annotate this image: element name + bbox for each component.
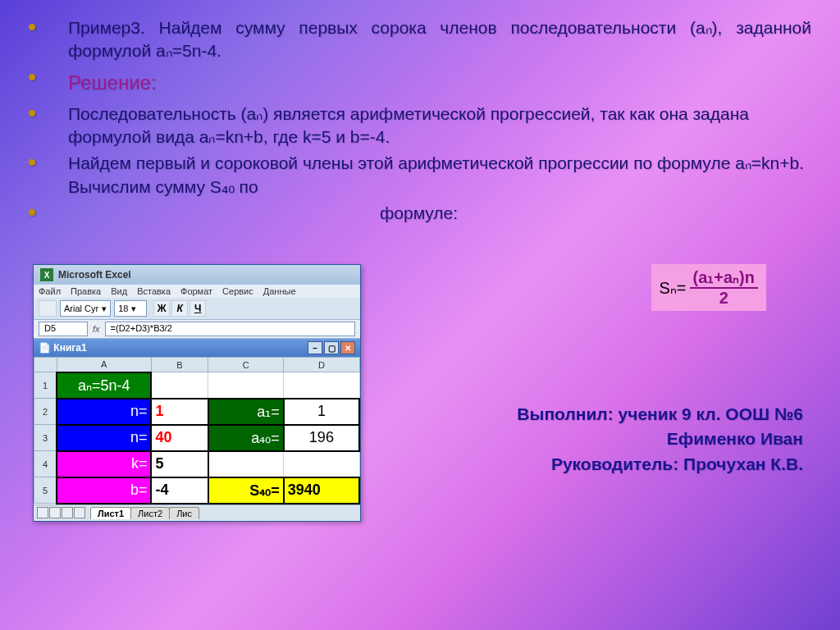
- bullet-5: формуле:: [380, 202, 458, 225]
- row-header[interactable]: 2: [34, 399, 57, 425]
- menu-data[interactable]: Данные: [263, 286, 296, 296]
- sheet-tab-3[interactable]: Лис: [169, 507, 199, 519]
- bullet-icon: [29, 209, 35, 216]
- tab-nav-next[interactable]: [62, 507, 73, 518]
- cell-c3[interactable]: a₄₀=: [208, 425, 284, 451]
- cell-d1[interactable]: [284, 372, 359, 399]
- table-row: 2 n= 1 a₁= 1: [34, 399, 360, 425]
- name-box[interactable]: D5: [39, 322, 88, 336]
- row-header[interactable]: 1: [34, 372, 57, 399]
- menu-insert[interactable]: Вставка: [137, 286, 171, 296]
- credit-line-3: Руководитель: Прочухан К.В.: [517, 452, 803, 477]
- toolbar-button[interactable]: [39, 300, 57, 317]
- cell-d5[interactable]: 3940: [284, 477, 359, 504]
- cell-c2[interactable]: a₁=: [208, 399, 284, 425]
- workbook-titlebar: 📄 Книга1 – ▢ ✕: [34, 339, 360, 357]
- bullet-1: Пример3. Найдем сумму первых сорока член…: [68, 16, 811, 63]
- cell-d2[interactable]: 1: [284, 399, 359, 425]
- credit-line-1: Выполнил: ученик 9 кл. ООШ №6: [517, 402, 803, 427]
- table-row: 4 k= 5: [34, 451, 360, 477]
- cell-b3[interactable]: 40: [151, 425, 208, 451]
- fx-label[interactable]: fx: [93, 324, 100, 334]
- table-row: 5 b= -4 S₄₀= 3940: [34, 477, 360, 504]
- bullet-icon: [29, 110, 35, 116]
- select-all-corner[interactable]: [34, 358, 57, 372]
- solution-heading: Решение:: [68, 71, 157, 94]
- row-header[interactable]: 5: [34, 477, 57, 504]
- cell-c4[interactable]: [208, 451, 284, 477]
- toolbar: Arial Cyr ▾ 18 ▾ Ж К Ч: [34, 298, 360, 320]
- tab-nav-first[interactable]: [37, 507, 48, 518]
- cell-c1[interactable]: [208, 372, 284, 399]
- spreadsheet-grid[interactable]: A B C D 1 aₙ=5n-4 2 n= 1 a₁= 1 3 n= 40 a…: [34, 357, 360, 504]
- menu-service[interactable]: Сервис: [222, 286, 253, 296]
- tab-nav-prev[interactable]: [49, 507, 61, 518]
- maximize-button[interactable]: ▢: [324, 341, 339, 354]
- menu-view[interactable]: Вид: [111, 286, 127, 296]
- minimize-button[interactable]: –: [308, 341, 322, 354]
- bullet-icon: [29, 74, 35, 80]
- italic-button[interactable]: К: [171, 300, 188, 317]
- credit-line-2: Ефименко Иван: [517, 427, 803, 451]
- excel-app-icon: X: [40, 268, 53, 281]
- credits-block: Выполнил: ученик 9 кл. ООШ №6 Ефименко И…: [517, 402, 803, 477]
- row-header[interactable]: 4: [34, 451, 57, 477]
- cell-b5[interactable]: -4: [151, 477, 208, 504]
- cell-a3[interactable]: n=: [57, 425, 151, 451]
- app-titlebar: X Microsoft Excel: [34, 265, 360, 285]
- menu-edit[interactable]: Правка: [71, 286, 101, 296]
- bullet-icon: [29, 24, 35, 30]
- cell-b2[interactable]: 1: [151, 399, 208, 425]
- cell-a2[interactable]: n=: [57, 399, 151, 425]
- formula-bar: D5 fx =(D2+D3)*B3/2: [34, 320, 360, 339]
- font-name-select[interactable]: Arial Cyr ▾: [60, 300, 111, 317]
- bullet-4: Найдем первый и сороковой члены этой ари…: [68, 152, 811, 199]
- table-row: 1 aₙ=5n-4: [34, 372, 360, 399]
- col-header-d[interactable]: D: [284, 358, 359, 372]
- bullet-3: Последовательность (aₙ) является арифмет…: [68, 103, 811, 149]
- tab-nav-last[interactable]: [74, 507, 85, 518]
- cell-a4[interactable]: k=: [57, 451, 151, 477]
- menubar: Файл Правка Вид Вставка Формат Сервис Да…: [34, 285, 360, 298]
- table-row: 3 n= 40 a₄₀= 196: [34, 425, 360, 451]
- cell-b1[interactable]: [151, 372, 208, 399]
- cell-a1[interactable]: aₙ=5n-4: [57, 372, 151, 399]
- sum-formula-box: Sₙ= (a₁+aₙ)n 2: [651, 264, 767, 311]
- cell-b4[interactable]: 5: [151, 451, 208, 477]
- col-header-b[interactable]: B: [151, 358, 208, 372]
- sheet-tabs: Лист1 Лист2 Лис: [34, 504, 360, 521]
- cell-a5[interactable]: b=: [57, 477, 151, 504]
- bold-button[interactable]: Ж: [153, 300, 170, 317]
- close-button[interactable]: ✕: [340, 341, 355, 354]
- menu-file[interactable]: Файл: [39, 286, 61, 296]
- cell-d4[interactable]: [284, 451, 359, 477]
- excel-window: X Microsoft Excel Файл Правка Вид Вставк…: [33, 264, 361, 522]
- font-size-select[interactable]: 18 ▾: [114, 300, 147, 317]
- workbook-name: Книга1: [53, 342, 86, 354]
- formula-input[interactable]: =(D2+D3)*B3/2: [105, 322, 355, 336]
- sheet-tab-2[interactable]: Лист2: [130, 507, 170, 519]
- underline-button[interactable]: Ч: [189, 300, 206, 317]
- cell-d3[interactable]: 196: [284, 425, 359, 451]
- row-header[interactable]: 3: [34, 425, 57, 451]
- sheet-tab-1[interactable]: Лист1: [90, 507, 131, 519]
- cell-c5[interactable]: S₄₀=: [208, 477, 284, 504]
- formula-denominator: 2: [716, 289, 732, 308]
- formula-lhs: Sₙ=: [660, 278, 687, 298]
- menu-format[interactable]: Формат: [180, 286, 212, 296]
- col-header-a[interactable]: A: [57, 358, 151, 372]
- formula-numerator: (a₁+aₙ)n: [690, 267, 758, 289]
- bullet-icon: [29, 159, 35, 166]
- col-header-c[interactable]: C: [208, 358, 284, 372]
- app-title: Microsoft Excel: [58, 269, 131, 281]
